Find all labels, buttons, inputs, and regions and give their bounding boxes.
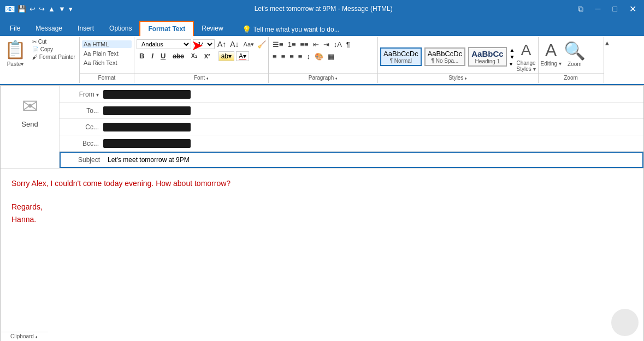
editing-label: Editing ▾ (541, 61, 562, 67)
close-btn[interactable]: ✕ (626, 3, 640, 15)
from-label: From ▾ (60, 91, 103, 98)
plain-text-format-btn[interactable]: Aa Plain Text (82, 50, 132, 57)
decrease-indent-btn[interactable]: ⇤ (311, 39, 321, 50)
style-heading1-btn[interactable]: AaBbCc Heading 1 (468, 47, 506, 67)
tell-me[interactable]: 💡 Tell me what you want to do... (238, 23, 344, 36)
redo-btn[interactable]: ↪ (39, 5, 45, 13)
style-normal-btn[interactable]: AaBbCcDc ¶ Normal (380, 47, 422, 66)
format-group: Aa HTML Aa Plain Text Aa Rich Text Forma… (80, 37, 134, 83)
increase-indent-btn[interactable]: ⇥ (322, 39, 331, 50)
collapse-ribbon-btn[interactable]: ▲ (604, 37, 613, 83)
styles-more-btn[interactable]: ▾ (510, 61, 515, 67)
paste-dropdown[interactable]: ▾ (21, 61, 23, 67)
down-btn[interactable]: ▼ (58, 5, 66, 13)
tab-message[interactable]: Message (28, 21, 70, 36)
ribbon-content: 📋 Paste ▾ ✂ Cut 📄 Copy 🖌 Format Painter … (0, 36, 644, 85)
styles-scroll-down[interactable]: ▼ (510, 54, 515, 60)
font-group-label: Font (194, 75, 205, 81)
align-center-btn[interactable]: ≡ (280, 51, 287, 62)
tab-review[interactable]: Review (194, 21, 231, 36)
clipboard-expand[interactable]: ⬧ (35, 334, 38, 339)
font-group-expand[interactable]: ⬧ (206, 75, 209, 81)
cc-label: Cc... (60, 123, 103, 131)
numbering-btn[interactable]: 1≡ (286, 39, 298, 50)
tab-file[interactable]: File (2, 21, 28, 36)
undo-btn[interactable]: ↩ (29, 5, 36, 13)
maximize-btn[interactable]: □ (610, 3, 621, 14)
increase-font-size-btn[interactable]: A↑ (216, 40, 227, 49)
save-btn[interactable]: 💾 (17, 5, 26, 13)
to-label: To... (60, 107, 103, 115)
shading-btn[interactable]: 🎨 (313, 51, 325, 62)
from-row: From ▾ (60, 86, 643, 103)
up-btn[interactable]: ▲ (48, 5, 55, 13)
sort-btn[interactable]: ↕A (332, 39, 344, 50)
subject-label-text: Subject (78, 156, 100, 164)
superscript-btn[interactable]: X² (202, 52, 213, 61)
strikethrough-btn[interactable]: abc (170, 51, 187, 61)
window-title: Let's meet tomorrow at 9PM - Message (HT… (73, 5, 575, 13)
compose-header: ✉ Send From ▾ To... (1, 86, 643, 169)
rich-text-format-btn[interactable]: Aa Rich Text (82, 59, 132, 67)
outlook-icon: 📧 (4, 4, 15, 14)
clipboard-group: 📋 Paste ▾ ✂ Cut 📄 Copy 🖌 Format Painter … (0, 37, 80, 83)
zoom-group-label: Zoom (564, 75, 578, 81)
bcc-label: Bcc... (60, 140, 103, 147)
change-case-btn[interactable]: Aa▾ (242, 40, 256, 49)
paragraph-group-expand[interactable]: ⬧ (335, 75, 338, 81)
minimize-btn[interactable]: ─ (592, 3, 604, 14)
restore-btn[interactable]: ⧉ (575, 3, 587, 15)
font-size-select[interactable]: 14 (193, 39, 215, 49)
tab-insert[interactable]: Insert (70, 21, 102, 36)
send-button[interactable]: Send (21, 120, 38, 128)
send-panel: ✉ Send (1, 86, 60, 168)
styles-scroll-up[interactable]: ▲ (510, 47, 515, 53)
bcc-value (103, 139, 191, 148)
highlight-btn[interactable]: ab▾ (218, 51, 234, 61)
cc-label-text: Cc... (85, 123, 99, 131)
editing-btn[interactable]: A (545, 40, 557, 61)
body-line1: Sorry Alex, I couldn't come today evenin… (11, 177, 633, 189)
subject-input[interactable] (104, 154, 642, 166)
bold-btn[interactable]: B (137, 51, 147, 61)
change-styles-label[interactable]: ChangeStyles ▾ (517, 60, 536, 72)
style-no-spacing-btn[interactable]: AaBbCcDc ¶ No Spa... (424, 47, 466, 66)
borders-btn[interactable]: ▦ (326, 51, 336, 62)
to-row: To... (60, 103, 643, 119)
paste-button[interactable]: 📋 (2, 38, 28, 61)
cc-value (103, 123, 191, 131)
align-right-btn[interactable]: ≡ (288, 51, 296, 62)
zoom-btn[interactable]: 🔍 (564, 40, 586, 61)
compose-body[interactable]: Sorry Alex, I couldn't come today evenin… (1, 169, 643, 341)
from-label-text: From (79, 91, 94, 98)
heading1-label: Heading 1 (471, 58, 503, 64)
show-hide-btn[interactable]: ¶ (345, 39, 352, 50)
subscript-btn[interactable]: X₂ (188, 52, 200, 60)
heading1-preview: AaBbCc (471, 49, 503, 58)
multilevel-btn[interactable]: ≡≡ (299, 39, 310, 50)
clear-formatting-btn[interactable]: 🧹 (257, 40, 266, 49)
font-color-btn[interactable]: A▾ (236, 51, 249, 61)
styles-group-expand[interactable]: ⬧ (464, 75, 467, 81)
underline-btn[interactable]: U (158, 51, 168, 61)
send-icon: ✉ (22, 95, 38, 118)
copy-button[interactable]: 📄 Copy (31, 46, 77, 53)
customize-qa-btn[interactable]: ▾ (69, 5, 73, 13)
align-left-btn[interactable]: ≡ (271, 51, 279, 62)
bullets-btn[interactable]: ☰≡ (271, 39, 285, 50)
html-format-btn[interactable]: Aa HTML (82, 40, 132, 48)
to-value (103, 106, 191, 115)
font-family-select[interactable]: Andalus (137, 39, 191, 49)
line-spacing-btn[interactable]: ↕ (305, 51, 312, 62)
italic-btn[interactable]: I (149, 51, 156, 61)
cut-button[interactable]: ✂ Cut (31, 38, 77, 45)
fields-area: From ▾ To... Cc... (60, 86, 643, 168)
tab-format-text[interactable]: Format Text (139, 21, 194, 36)
format-painter-button[interactable]: 🖌 Format Painter (31, 53, 77, 61)
decrease-font-size-btn[interactable]: A↓ (229, 40, 240, 49)
change-styles-btn[interactable]: A (521, 41, 531, 59)
tab-options[interactable]: Options (102, 21, 139, 36)
from-dropdown[interactable]: ▾ (96, 92, 99, 98)
scroll-hint (611, 309, 639, 336)
justify-btn[interactable]: ≡ (297, 51, 304, 62)
